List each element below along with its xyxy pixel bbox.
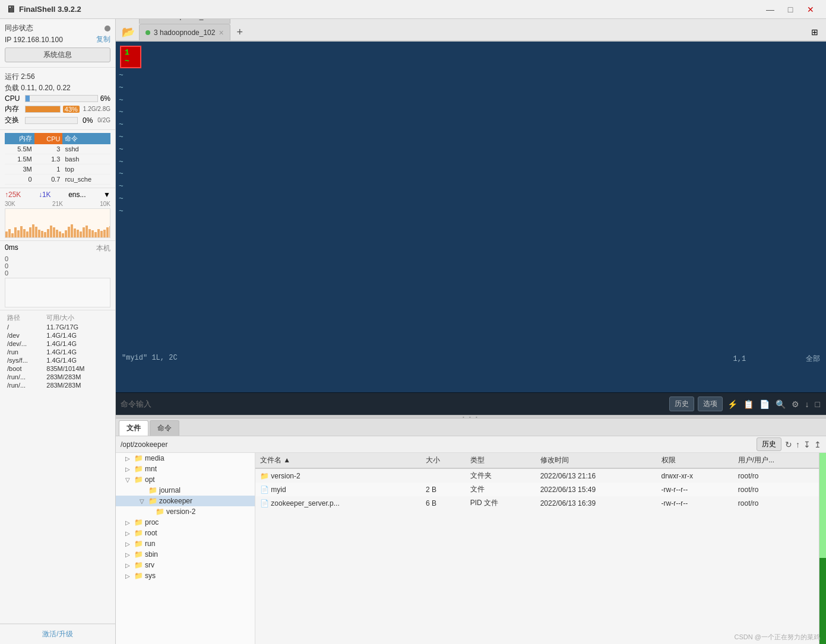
network-expand-icon[interactable]: ▼ (103, 191, 110, 199)
fullscreen-icon[interactable]: □ (815, 399, 820, 409)
tab-grid-button[interactable]: ⊞ (806, 24, 823, 40)
tree-item[interactable]: ▷📁proc (116, 517, 255, 528)
file-tab-bar: 文件 命令 (116, 418, 826, 436)
tree-item-label: zookeeper (159, 497, 192, 505)
file-column-header[interactable]: 用户/用户... (733, 453, 819, 468)
tilde-line: ~ (119, 82, 823, 94)
copy-icon[interactable]: 📋 (743, 399, 754, 409)
tree-item-label: srv (145, 561, 154, 569)
network-bar (65, 230, 67, 237)
file-column-header[interactable]: 大小 (421, 453, 466, 468)
sysinfo-button[interactable]: 系统信息 (5, 47, 110, 62)
network-bar (74, 229, 76, 237)
minimize-button[interactable]: — (761, 2, 780, 17)
tree-item[interactable]: ▷📁root (116, 528, 255, 538)
file-owner: root/ro (733, 496, 819, 510)
maximize-button[interactable]: □ (781, 2, 800, 17)
file-row[interactable]: 📁 version-2 文件夹 2022/06/13 21:16 drwxr-x… (255, 468, 819, 483)
process-row: 00.7rcu_sche (5, 175, 110, 185)
settings-icon[interactable]: ⚙ (792, 399, 799, 409)
tree-item[interactable]: ▷📁sys (116, 570, 255, 581)
file-size: 6 B (421, 496, 466, 510)
folder-icon: 📁 (260, 472, 269, 480)
path-history-button[interactable]: 历史 (757, 437, 781, 451)
disk-row: /sys/f...1.4G/1.4G (5, 356, 110, 364)
file-scrollbar[interactable] (819, 453, 826, 644)
file-row[interactable]: 📄 zookeeper_server.p... 6 B PID 文件 2022/… (255, 496, 819, 510)
process-section: 内存 CPU 命令 5.5M3sshd1.5M1.3bash3M1top00.7… (0, 130, 115, 188)
file-list: 文件名 ▲大小类型修改时间权限用户/用户... 📁 version-2 文件夹 … (255, 453, 819, 644)
system-stats-section: 运行 2:56 负载 0.11, 0.20, 0.22 CPU 6% 内存 43… (0, 68, 115, 130)
network-bar (29, 227, 31, 237)
mem-detail: 1.2G/2.8G (83, 106, 110, 112)
file-column-header[interactable]: 权限 (657, 453, 733, 468)
network-interface: ens... (68, 191, 86, 199)
file-column-header[interactable]: 修改时间 (536, 453, 657, 468)
tree-item-label: proc (145, 518, 159, 526)
current-path: /opt/zookeeper (121, 440, 753, 449)
disk-row: /dev1.4G/1.4G (5, 331, 110, 340)
folder-icon: 📁 (134, 518, 143, 526)
file-tab[interactable]: 文件 (119, 420, 148, 436)
disk-row: /boot835M/1014M (5, 364, 110, 373)
tree-item[interactable]: ▷📁mnt (116, 464, 255, 474)
tree-item[interactable]: ▷📁run (116, 538, 255, 549)
options-button[interactable]: 选项 (698, 396, 723, 411)
download-file-icon[interactable]: ↧ (803, 440, 811, 449)
lat-val-3: 0 (5, 269, 110, 277)
terminal[interactable]: 1~ ~~~~~~~~~~~~ "myid" 1L, 2C 1,1 全部 (116, 42, 826, 392)
file-row[interactable]: 📄 myid 2 B 文件 2022/06/13 15:49 -rw-r--r-… (255, 483, 819, 496)
term-all-label: 全部 (806, 355, 820, 363)
up-dir-icon[interactable]: ↑ (796, 440, 800, 449)
tilde-lines: ~~~~~~~~~~~~ (119, 69, 823, 218)
tree-item[interactable]: 📁journal (116, 485, 255, 496)
tree-item[interactable]: ▷📁media (116, 453, 255, 464)
history-button[interactable]: 历史 (669, 396, 694, 411)
network-section: ↑25K ↓1K ens... ▼ 30K 21K 10K (0, 188, 115, 241)
activate-button[interactable]: 激活/升级 (0, 624, 115, 644)
command-input[interactable] (121, 399, 666, 408)
tab-2[interactable]: 2 hadoopnode_101× (139, 19, 230, 24)
search-icon[interactable]: 🔍 (776, 399, 786, 409)
ip-row: IP 192.168.10.100 复制 (5, 34, 110, 45)
tree-item[interactable]: 📁version-2 (116, 506, 255, 517)
file-owner: root/ro (733, 468, 819, 483)
folder-button[interactable]: 📂 (119, 24, 138, 40)
tab-close-button[interactable]: × (219, 19, 223, 20)
command-tab[interactable]: 命令 (150, 420, 179, 436)
file-column-header[interactable]: 类型 (466, 453, 536, 468)
refresh-icon[interactable]: ↻ (785, 440, 792, 449)
paste-icon[interactable]: 📄 (759, 399, 770, 409)
tab-close-button[interactable]: × (219, 28, 223, 37)
titlebar: 🖥 FinalShell 3.9.2.2 — □ ✕ (0, 0, 826, 19)
network-bar (56, 230, 58, 237)
network-bar (106, 227, 109, 237)
tree-item[interactable]: ▽📁opt (116, 474, 255, 485)
copy-label[interactable]: 复制 (96, 34, 110, 45)
tree-item[interactable]: ▽📁zookeeper (116, 496, 255, 506)
lightning-icon[interactable]: ⚡ (727, 399, 738, 409)
network-bar (62, 233, 64, 237)
tree-item[interactable]: ▷📁sbin (116, 549, 255, 560)
disk-section: 路径 可用/大小 /11.7G/17G/dev1.4G/1.4G/dev/...… (0, 310, 115, 624)
folder-icon: 📁 (156, 507, 164, 516)
mem-value: 43% (63, 106, 80, 113)
tree-item-label: mnt (145, 465, 157, 473)
close-button[interactable]: ✕ (801, 2, 820, 17)
swap-value: 0% (83, 116, 93, 125)
file-column-header[interactable]: 文件名 ▲ (255, 453, 421, 468)
content-area: 📂 1 hadoopnode_100×2 hadoopnode_101×3 ha… (116, 19, 826, 644)
terminal-cursor-line: 1~ (119, 45, 823, 69)
network-bar (86, 226, 88, 237)
tree-item-label: version-2 (166, 507, 195, 516)
app-icon: 🖥 (6, 4, 15, 15)
download-icon[interactable]: ↓ (805, 399, 809, 409)
tree-item[interactable]: ▷📁srv (116, 560, 255, 570)
upload-file-icon[interactable]: ↥ (814, 440, 821, 449)
file-size (421, 468, 466, 483)
network-bar (44, 232, 46, 237)
sync-row: 同步状态 (5, 23, 110, 33)
add-tab-button[interactable]: + (232, 24, 248, 40)
tab-3[interactable]: 3 hadoopnode_102× (139, 24, 230, 40)
sync-label: 同步状态 (5, 23, 33, 33)
